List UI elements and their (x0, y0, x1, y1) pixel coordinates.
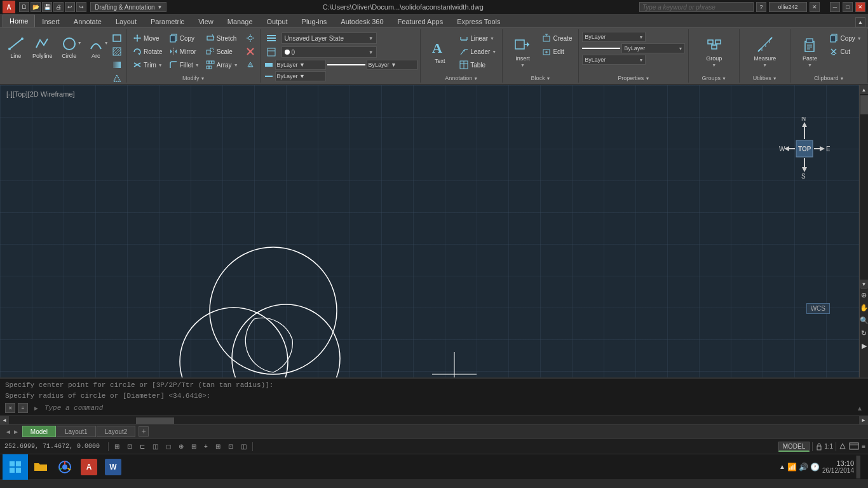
paste-arrow[interactable]: ▼ (808, 63, 812, 67)
scale-btn[interactable]: 1:1 (815, 443, 833, 451)
drawing-canvas[interactable]: X Y (0, 85, 868, 377)
zoom-btn[interactable]: 🔍 (860, 314, 869, 327)
rectangle-button[interactable] (110, 32, 124, 44)
polyline-button[interactable]: Polyline (30, 32, 55, 64)
show-desktop-btn[interactable] (857, 456, 860, 478)
tab-nav-prev[interactable]: ◄ (5, 428, 11, 435)
tab-nav-next[interactable]: ► (13, 428, 19, 435)
annotation-section-label[interactable]: Annotation ▼ (445, 75, 478, 81)
line-button[interactable]: Line (3, 32, 29, 64)
properties-expand-arrow[interactable]: ▼ (645, 76, 649, 81)
modify-section-label[interactable]: Modify ▼ (182, 75, 205, 81)
tray-expand-icon[interactable]: ▲ (779, 463, 785, 470)
polar-btn[interactable]: ◫ (151, 443, 160, 450)
tab-model[interactable]: Model (22, 426, 56, 437)
leader-button[interactable]: Leader ▼ (457, 45, 499, 58)
circle-dropdown-arrow[interactable]: ▼ (78, 41, 82, 45)
plot-btn[interactable]: 🖨 (53, 2, 64, 12)
tab-parametric[interactable]: Parametric (144, 15, 191, 27)
help-btn[interactable]: ? (756, 2, 766, 12)
annotation-scale-btn[interactable] (839, 442, 846, 451)
sign-in-btn[interactable]: ✕ (810, 2, 820, 12)
layer-name-dropdown[interactable]: 0 ▼ (281, 46, 377, 58)
showmotion-btn[interactable]: ▶ (862, 339, 867, 352)
block-expand-arrow[interactable]: ▼ (546, 76, 550, 81)
model-toggle-btn[interactable]: MODEL (778, 442, 810, 452)
utilities-expand-arrow[interactable]: ▼ (773, 76, 777, 81)
arc-button[interactable]: Arc ▼ (83, 32, 109, 64)
grid-btn[interactable]: ⊡ (125, 443, 134, 450)
linetype-bylayer-dropdown[interactable]: ByLayer ▼ (367, 60, 417, 70)
network-icon[interactable]: 📶 (787, 463, 797, 471)
tab-layout2[interactable]: Layout2 (97, 426, 136, 437)
utilities-section-label[interactable]: Utilities ▼ (753, 75, 777, 81)
tab-home[interactable]: Home (3, 15, 35, 27)
tab-annotate[interactable]: Annotate (67, 15, 109, 27)
clipboard-copy-button[interactable]: Copy ▼ (827, 32, 864, 44)
scroll-thumb[interactable] (860, 95, 868, 114)
scale-button[interactable]: Scale (203, 45, 241, 58)
create-block-button[interactable]: Create (539, 32, 574, 44)
groups-section-label[interactable]: Groups ▼ (702, 75, 726, 81)
linear-arrow[interactable]: ▼ (490, 36, 494, 41)
group-button[interactable]: Group ▼ (698, 32, 730, 70)
tab-layout[interactable]: Layout (109, 15, 144, 27)
annotation-expand-arrow[interactable]: ▼ (473, 76, 478, 81)
table-button[interactable]: Table (457, 58, 499, 71)
tab-view[interactable]: View (191, 15, 220, 27)
arc-dropdown-arrow[interactable]: ▼ (104, 41, 109, 45)
minimize-btn[interactable]: ─ (830, 2, 840, 12)
tmodel-btn[interactable]: ⊡ (226, 443, 235, 450)
fillet-button[interactable]: Fillet ▼ (166, 58, 202, 71)
layer-panel-button[interactable] (264, 32, 279, 44)
close-btn[interactable]: ✕ (855, 2, 865, 12)
qp-btn[interactable]: ◫ (239, 443, 248, 450)
linear-button[interactable]: Linear ▼ (457, 32, 499, 44)
tab-manage[interactable]: Manage (220, 15, 260, 27)
new-btn[interactable]: 🗋 (19, 2, 29, 12)
tab-plugins[interactable]: Plug-ins (295, 15, 334, 27)
layer-manager-button[interactable] (264, 46, 279, 58)
clipboard-section-label[interactable]: Clipboard ▼ (814, 75, 844, 81)
modify-expand-arrow[interactable]: ▼ (201, 76, 205, 81)
volume-icon[interactable]: 🔊 (799, 463, 808, 471)
mirror-button[interactable]: Mirror (166, 45, 202, 58)
cmd-input-field[interactable] (44, 404, 854, 412)
cut-button[interactable]: Cut (827, 45, 864, 58)
cmd-close-btn[interactable]: ✕ (5, 403, 15, 413)
viewport-compass[interactable]: N E S W TOP (779, 117, 830, 180)
leader-arrow[interactable]: ▼ (492, 50, 496, 54)
cmd-options-btn[interactable]: ≡ (18, 403, 28, 413)
user-btn[interactable]: ollie242 (769, 2, 807, 12)
taskbar-explorer-btn[interactable] (29, 456, 52, 478)
tab-output[interactable]: Output (260, 15, 295, 27)
customization-btn[interactable]: ≡ (862, 443, 865, 450)
lineweight-bylayer-dropdown[interactable]: ByLayer ▼ (275, 71, 326, 81)
pan-btn[interactable]: ✋ (860, 301, 869, 314)
cmd-scroll-up[interactable]: ▲ (857, 405, 863, 412)
system-tray-icons[interactable]: ▲ 📶 🔊 🕐 (779, 463, 820, 471)
circle-button[interactable]: Circle ▼ (57, 32, 82, 64)
taskbar-chrome-btn[interactable] (53, 456, 76, 478)
tab-express[interactable]: Express Tools (450, 15, 507, 27)
trim-arrow[interactable]: ▼ (158, 63, 163, 67)
bylayer-linetype-dropdown[interactable]: ByLayer ▼ (621, 43, 685, 53)
h-scroll-track[interactable] (9, 416, 859, 424)
ribbon-pin-btn[interactable]: ▲ (855, 17, 865, 27)
color-bylayer-dropdown[interactable]: ByLayer ▼ (275, 60, 326, 70)
viewport-scrollbar-right[interactable]: ▲ ▼ ⊕ ✋ 🔍 ↻ ▶ (859, 85, 868, 377)
text-button[interactable]: A Text (424, 32, 456, 70)
measure-arrow[interactable]: ▼ (763, 63, 767, 67)
array-arrow[interactable]: ▼ (234, 63, 238, 67)
measure-button[interactable]: Measure ▼ (749, 32, 781, 70)
clipboard-copy-arrow[interactable]: ▼ (857, 36, 862, 41)
scroll-left-btn[interactable]: ◄ (0, 416, 9, 425)
search-bar[interactable]: Type a keyword or phrase (639, 2, 754, 12)
save-btn[interactable]: 💾 (42, 2, 52, 12)
quick-access-toolbar[interactable]: 🗋 📂 💾 🖨 ↩ ↪ (19, 2, 86, 12)
trim-button[interactable]: Trim ▼ (130, 58, 165, 71)
gradient-button[interactable] (110, 58, 124, 71)
steering-wheel-btn[interactable]: ⊕ (861, 288, 867, 301)
stretch-button[interactable]: Stretch (203, 32, 241, 44)
tab-insert[interactable]: Insert (35, 15, 67, 27)
